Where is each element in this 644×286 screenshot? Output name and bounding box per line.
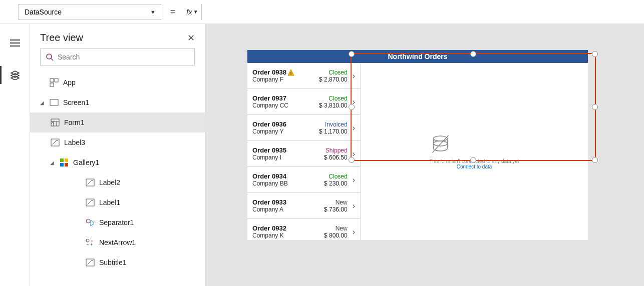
svg-rect-21 — [86, 179, 94, 186]
tree-view-rail-button[interactable] — [5, 65, 25, 85]
chevron-right-icon[interactable]: › — [351, 150, 357, 158]
order-id: Order 0935 — [252, 146, 324, 154]
order-status: New — [324, 225, 348, 232]
tree-item-screen1[interactable]: ◢ Screen1 — [30, 92, 205, 112]
label-icon — [50, 138, 60, 146]
formula-bar: DataSource ▼ = fx▼ — [0, 0, 644, 24]
tree-item-label: Gallery1 — [73, 158, 99, 166]
gallery-item[interactable]: Order 0934Company BBClosed$ 230.00› — [247, 167, 360, 193]
chevron-right-icon[interactable]: › — [351, 202, 357, 210]
tree-item-gallery1[interactable]: ◢ Gallery1 — [30, 152, 205, 172]
tree-list: App ◢ Screen1 Form1 Label3 ◢ Gallery1 — [30, 72, 205, 286]
formula-input[interactable] — [201, 4, 640, 20]
property-selector[interactable]: DataSource ▼ — [18, 4, 162, 20]
order-status: New — [324, 199, 348, 206]
label-icon — [85, 178, 95, 186]
svg-rect-18 — [65, 158, 68, 162]
tree-item-separator1[interactable]: Separator1 — [30, 212, 205, 232]
order-amount: $ 230.00 — [324, 180, 348, 187]
svg-rect-26 — [86, 259, 94, 266]
order-amount: $ 2,870.00 — [319, 76, 348, 83]
gallery-icon — [59, 158, 69, 167]
order-id: Order 0933 — [252, 198, 324, 206]
svg-line-7 — [51, 58, 53, 60]
order-company: Company CC — [252, 102, 319, 109]
tree-item-label2[interactable]: Label2 — [30, 172, 205, 192]
warning-icon: ! — [287, 69, 294, 76]
app-preview: Northwind Orders Order 0938!Company FClo… — [247, 50, 588, 240]
svg-rect-22 — [86, 199, 94, 206]
svg-point-23 — [86, 219, 90, 223]
svg-marker-3 — [11, 71, 19, 75]
svg-rect-20 — [65, 163, 68, 166]
chevron-right-icon[interactable]: › — [351, 72, 357, 80]
svg-point-6 — [47, 54, 52, 59]
tree-item-label: Screen1 — [63, 98, 89, 106]
chevron-right-icon[interactable]: › — [351, 124, 357, 132]
order-company: Company K — [252, 232, 324, 239]
label-icon — [85, 198, 95, 206]
search-icon — [46, 53, 54, 61]
tree-item-subtitle1[interactable]: Subtitle1 — [30, 252, 205, 272]
tree-header: Tree view ✕ — [30, 24, 205, 48]
equals-sign: = — [168, 6, 177, 17]
svg-rect-17 — [60, 158, 64, 162]
form-empty-state: This form isn't connected to any data ye… — [429, 134, 519, 170]
app-icon — [49, 78, 59, 87]
order-status: Closed — [319, 69, 348, 76]
tree-item-label: Subtitle1 — [99, 258, 126, 266]
tree-search-input[interactable] — [58, 53, 189, 61]
screen-icon — [49, 99, 59, 106]
collapse-toggle-icon[interactable]: ◢ — [40, 100, 45, 106]
order-company: Company I — [252, 154, 324, 161]
collapse-toggle-icon[interactable]: ◢ — [50, 160, 55, 166]
main-area: Tree view ✕ App ◢ Screen1 Form1 — [0, 24, 644, 286]
connect-to-data-link[interactable]: Connect to data — [429, 164, 519, 170]
chevron-right-icon[interactable]: › — [351, 98, 357, 106]
formula-input-group: fx▼ — [183, 4, 640, 20]
order-gallery[interactable]: Order 0938!Company FClosed$ 2,870.00›Ord… — [247, 63, 361, 240]
chevron-right-icon[interactable]: › — [351, 228, 357, 236]
tree-item-form1[interactable]: Form1 — [30, 112, 205, 132]
fx-icon[interactable]: fx▼ — [183, 8, 201, 16]
left-rail — [0, 24, 30, 286]
tree-item-label: Separator1 — [99, 218, 134, 226]
gallery-item[interactable]: Order 0938!Company FClosed$ 2,870.00› — [247, 63, 360, 89]
gallery-item[interactable]: Order 0933Company ANew$ 736.00› — [247, 193, 360, 219]
form-control[interactable]: This form isn't connected to any data ye… — [361, 63, 588, 240]
order-status: Invoiced — [319, 121, 348, 128]
order-amount: $ 800.00 — [324, 232, 348, 239]
tree-item-app[interactable]: App — [30, 72, 205, 92]
close-icon[interactable]: ✕ — [187, 32, 195, 44]
order-status: Closed — [324, 173, 348, 180]
tree-item-nextarrow1[interactable]: + NextArrow1 — [30, 232, 205, 252]
gallery-item[interactable]: Order 0936Company YInvoiced$ 1,170.00› — [247, 115, 360, 141]
svg-point-24 — [86, 239, 89, 242]
order-id: Order 0937 — [252, 94, 319, 102]
gallery-item[interactable]: Order 0932Company KNew$ 800.00› — [247, 219, 360, 240]
canvas[interactable]: Northwind Orders Order 0938!Company FClo… — [205, 24, 644, 286]
svg-rect-11 — [50, 100, 58, 106]
order-company: Company A — [252, 206, 324, 213]
order-id: Order 0934 — [252, 172, 324, 180]
order-company: Company F — [252, 76, 319, 83]
order-status: Shipped — [324, 147, 348, 154]
chevron-down-icon: ▼ — [150, 9, 156, 15]
app-header-title: Northwind Orders — [247, 50, 588, 63]
nextarrow-icon: + — [85, 238, 95, 246]
order-status: Closed — [319, 95, 348, 102]
order-amount: $ 1,170.00 — [319, 128, 348, 135]
gallery-item[interactable]: Order 0937Company CCClosed$ 3,810.00› — [247, 89, 360, 115]
gallery-item[interactable]: Order 0935Company IShipped$ 606.50› — [247, 141, 360, 167]
order-id: Order 0932 — [252, 224, 324, 232]
order-company: Company BB — [252, 180, 324, 187]
hamburger-icon[interactable] — [5, 33, 25, 53]
tree-search-box[interactable] — [40, 48, 195, 66]
order-amount: $ 606.50 — [324, 154, 348, 161]
chevron-right-icon[interactable]: › — [351, 176, 357, 184]
tree-item-label3[interactable]: Label3 — [30, 132, 205, 152]
svg-rect-8 — [50, 78, 54, 82]
tree-panel: Tree view ✕ App ◢ Screen1 Form1 — [30, 24, 205, 286]
tree-item-label1[interactable]: Label1 — [30, 192, 205, 212]
database-icon — [429, 134, 451, 156]
